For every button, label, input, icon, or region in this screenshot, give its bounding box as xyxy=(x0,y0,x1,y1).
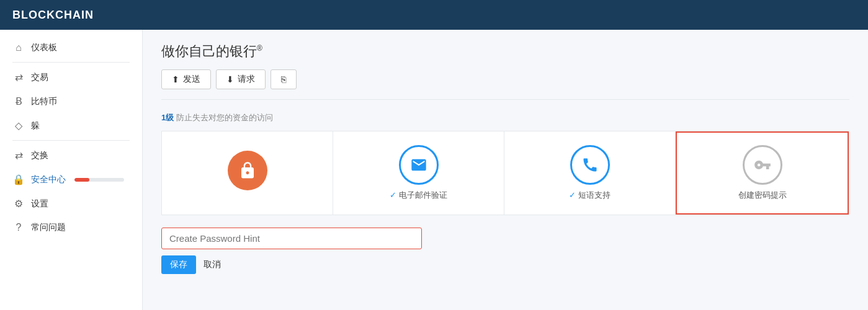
request-button[interactable]: ⬇ 请求 xyxy=(216,69,266,89)
security-progress-bar xyxy=(74,178,124,182)
sidebar-label-security: 安全中心 xyxy=(31,174,66,185)
security-progress-fill xyxy=(74,178,89,182)
section-label: 1级 防止失去对您的资金的访问 xyxy=(161,112,849,123)
sidebar-divider-2 xyxy=(12,140,130,141)
sms-step-label: 短语支持 xyxy=(569,190,611,201)
send-icon: ⬆ xyxy=(172,74,179,84)
step-email: 电子邮件验证 xyxy=(333,131,504,215)
level-badge: 1级 xyxy=(161,113,174,122)
step-sms: 短语支持 xyxy=(504,131,676,215)
bitcoin-icon: Ƀ xyxy=(12,95,25,107)
vault-icon: ◇ xyxy=(12,120,25,131)
send-button[interactable]: ⬆ 发送 xyxy=(161,69,211,89)
step-password xyxy=(162,131,333,215)
sidebar-label-exchange: 交换 xyxy=(31,150,48,161)
copy-icon: ⎘ xyxy=(281,74,286,84)
sidebar-item-security[interactable]: 🔒 安全中心 xyxy=(0,167,142,192)
faq-icon: ? xyxy=(12,222,25,233)
section-label-text: 防止失去对您的资金的访问 xyxy=(176,113,273,122)
sidebar: ⌂ 仪表板 ⇄ 交易 Ƀ 比特币 ◇ 躲 ⇄ 交换 🔒 安全中心 ⚙ xyxy=(0,30,143,310)
password-step-icon xyxy=(228,151,267,190)
security-steps: 电子邮件验证 短语支持 创建密码提示 xyxy=(161,131,849,215)
copy-button[interactable]: ⎘ xyxy=(271,69,297,89)
action-buttons: ⬆ 发送 ⬇ 请求 ⎘ xyxy=(161,69,849,100)
lock-icon: 🔒 xyxy=(12,174,25,185)
cancel-link[interactable]: 取消 xyxy=(204,259,221,270)
app-logo: BLOCKCHAIN xyxy=(12,9,94,22)
sidebar-item-vault[interactable]: ◇ 躲 xyxy=(0,113,142,138)
sidebar-item-faq[interactable]: ? 常问问题 xyxy=(0,216,142,239)
request-icon: ⬇ xyxy=(226,74,234,84)
sidebar-item-dashboard[interactable]: ⌂ 仪表板 xyxy=(0,36,142,60)
step-hint: 创建密码提示 xyxy=(676,131,849,215)
page-title-sup: ® xyxy=(257,44,262,53)
sidebar-item-bitcoin[interactable]: Ƀ 比特币 xyxy=(0,89,142,113)
email-step-label: 电子邮件验证 xyxy=(390,190,447,201)
save-button[interactable]: 保存 xyxy=(161,255,196,274)
sidebar-label-faq: 常问问题 xyxy=(31,222,66,233)
hint-step-icon xyxy=(743,145,782,185)
body-layout: ⌂ 仪表板 ⇄ 交易 Ƀ 比特币 ◇ 躲 ⇄ 交换 🔒 安全中心 ⚙ xyxy=(0,30,868,310)
sidebar-label-vault: 躲 xyxy=(31,120,40,131)
transactions-icon: ⇄ xyxy=(12,71,25,83)
header: BLOCKCHAIN xyxy=(0,0,868,30)
hint-form: 保存 取消 xyxy=(161,228,849,274)
sidebar-item-transactions[interactable]: ⇄ 交易 xyxy=(0,65,142,89)
page-title: 做你自己的银行® xyxy=(161,42,849,61)
hint-step-label: 创建密码提示 xyxy=(738,190,787,201)
settings-icon: ⚙ xyxy=(12,198,25,210)
sidebar-label-settings: 设置 xyxy=(31,198,48,210)
sidebar-divider-1 xyxy=(12,62,130,63)
home-icon: ⌂ xyxy=(12,42,25,53)
exchange-icon: ⇄ xyxy=(12,149,25,161)
sidebar-label-transactions: 交易 xyxy=(31,72,48,83)
password-hint-input[interactable] xyxy=(161,228,422,249)
sidebar-label-bitcoin: 比特币 xyxy=(31,96,57,107)
form-actions: 保存 取消 xyxy=(161,255,849,274)
sidebar-item-settings[interactable]: ⚙ 设置 xyxy=(0,192,142,216)
sidebar-item-exchange[interactable]: ⇄ 交换 xyxy=(0,143,142,167)
sms-step-icon xyxy=(570,145,610,185)
sidebar-label-dashboard: 仪表板 xyxy=(31,42,57,53)
main-content: 做你自己的银行® ⬆ 发送 ⬇ 请求 ⎘ 1级 防止失去对您的资金的访问 xyxy=(143,30,868,310)
email-step-icon xyxy=(399,145,439,185)
